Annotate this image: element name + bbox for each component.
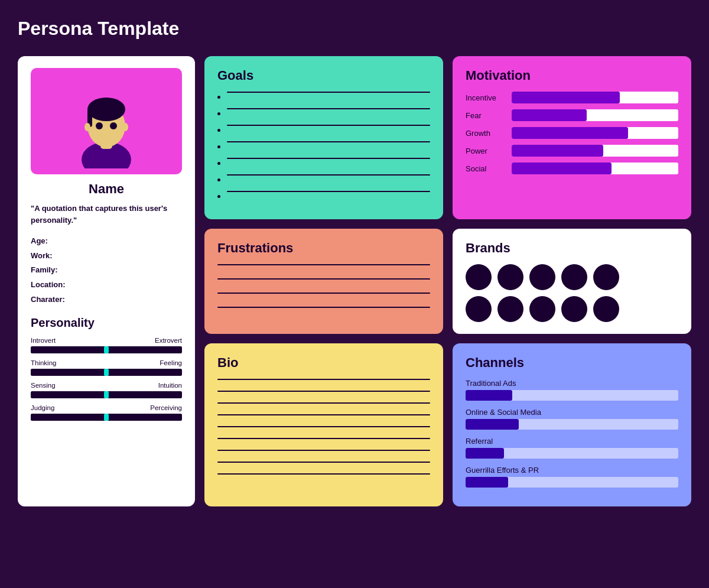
motivation-bar-bg-1 [512,109,678,121]
motivation-bar-bg-2 [512,127,678,139]
svg-point-8 [122,123,128,131]
detail-work: Work: [31,249,182,264]
channel-bar-bg-0 [466,390,678,401]
channel-bar-bg-3 [466,477,678,488]
trait-right-1: Feeling [160,359,182,366]
motivation-label-4: Social [466,164,507,173]
goal-item-0 [227,92,430,102]
channel-label-0: Traditional Ads [466,379,678,388]
bio-line-1 [217,391,430,392]
personality-row-0: Introvert Extrovert [31,337,182,353]
personality-row-3: Judging Perceiving [31,404,182,421]
motivation-bar-fill-1 [512,109,587,121]
motivation-label-1: Fear [466,111,507,120]
bio-line-7 [217,462,430,463]
channel-row-0: Traditional Ads [466,379,678,401]
channel-label-1: Online & Social Media [466,408,678,417]
personality-marker-0 [104,346,109,353]
goal-line-6 [227,191,430,192]
channel-row-3: Guerrilla Efforts & PR [466,466,678,488]
avatar [71,74,142,168]
trait-left-0: Introvert [31,337,56,344]
trait-right-2: Intuition [158,382,182,389]
channel-bar-bg-1 [466,419,678,430]
svg-point-6 [110,122,117,129]
personality-bar-bg-3 [31,414,182,421]
detail-character: Charater: [31,293,182,307]
brand-circle-5 [466,296,492,322]
motivation-bar-bg-4 [512,163,678,174]
goals-title: Goals [217,68,430,83]
bio-line-6 [217,450,430,451]
detail-location: Location: [31,278,182,293]
brand-circle-7 [529,296,555,322]
channel-bar-fill-2 [466,448,504,459]
personality-marker-3 [104,414,109,421]
channel-label-3: Guerrilla Efforts & PR [466,466,678,475]
bio-line-2 [217,402,430,404]
svg-point-7 [84,123,90,131]
bio-card: Bio [204,343,443,506]
bio-title: Bio [217,355,430,371]
frustration-line-0 [217,264,430,265]
motivation-card: Motivation Incentive Fear Growth Power S… [453,56,691,219]
goal-item-1 [227,108,430,119]
motivation-row-0: Incentive [466,92,678,103]
goal-line-5 [227,174,430,176]
personality-row-1: Thinking Feeling [31,359,182,376]
motivation-rows: Incentive Fear Growth Power Social [466,92,678,174]
channel-row-2: Referral [466,437,678,459]
brand-circle-1 [497,264,523,290]
goal-line-3 [227,141,430,142]
profile-details: Age: Work: Family: Location: Charater: [31,234,182,307]
channel-bar-fill-1 [466,419,519,430]
personality-row-2: Sensing Intuition [31,382,182,398]
brand-circle-3 [561,264,587,290]
motivation-bar-bg-0 [512,92,678,103]
frustration-line-3 [217,307,430,308]
trait-left-3: Judging [31,404,54,411]
motivation-bar-fill-0 [512,92,620,103]
goal-item-4 [227,158,430,168]
channels-card: Channels Traditional Ads Online & Social… [453,343,691,506]
main-grid: Name "A quotation that captures this use… [18,56,691,506]
channel-row-1: Online & Social Media [466,408,678,430]
brands-title: Brands [466,241,678,256]
personality-bar-bg-2 [31,391,182,398]
goal-line-4 [227,158,430,159]
motivation-bar-fill-2 [512,127,628,139]
channels-title: Channels [466,355,678,371]
bio-line-4 [217,426,430,427]
bio-line-5 [217,438,430,439]
motivation-row-1: Fear [466,109,678,121]
brand-circle-8 [561,296,587,322]
goal-line-0 [227,92,430,93]
profile-quote: "A quotation that captures this user's p… [31,203,182,226]
goal-item-6 [227,191,430,202]
brand-circle-2 [529,264,555,290]
goals-list [217,92,430,202]
svg-point-3 [87,98,125,121]
personality-marker-2 [104,391,109,398]
channel-rows: Traditional Ads Online & Social Media Re… [466,379,678,488]
bio-lines [217,379,430,475]
page-title: Persona Template [18,18,691,40]
trait-right-3: Perceiving [150,404,182,411]
goal-line-2 [227,125,430,126]
brand-circle-9 [593,296,619,322]
goal-line-1 [227,108,430,109]
personality-title: Personality [31,316,182,330]
trait-right-0: Extrovert [155,337,182,344]
goal-item-2 [227,125,430,135]
motivation-bar-fill-4 [512,163,612,174]
frustrations-card: Frustrations [204,229,443,334]
personality-rows: Introvert Extrovert Thinking Feeling Sen… [31,337,182,421]
motivation-row-2: Growth [466,127,678,139]
personality-bar-bg-1 [31,369,182,376]
channel-bar-fill-0 [466,390,512,401]
frustration-line-1 [217,278,430,280]
bio-line-3 [217,414,430,415]
goal-item-5 [227,174,430,185]
svg-point-5 [96,122,103,129]
personality-section: Personality Introvert Extrovert Thinking… [31,316,182,421]
